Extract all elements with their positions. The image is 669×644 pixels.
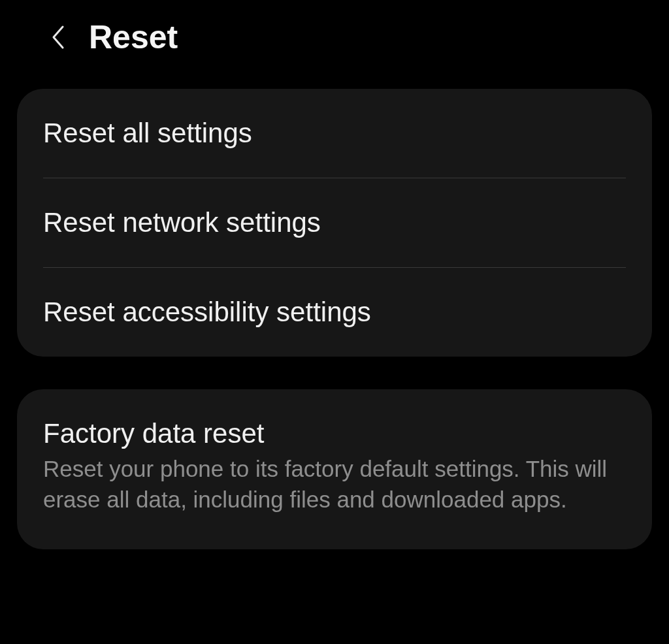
header: Reset [0, 0, 669, 89]
list-item-title: Reset accessibility settings [43, 297, 626, 328]
reset-accessibility-settings-item[interactable]: Reset accessibility settings [17, 268, 652, 357]
list-item-title: Factory data reset [43, 418, 626, 449]
page-title: Reset [89, 18, 178, 56]
reset-network-settings-item[interactable]: Reset network settings [17, 178, 652, 267]
list-item-title: Reset network settings [43, 207, 626, 238]
factory-reset-card: Factory data reset Reset your phone to i… [17, 389, 652, 549]
list-item-title: Reset all settings [43, 118, 626, 149]
list-item-description: Reset your phone to its factory default … [43, 453, 626, 515]
back-button[interactable] [46, 25, 69, 49]
chevron-left-icon [48, 24, 67, 50]
reset-options-card: Reset all settings Reset network setting… [17, 89, 652, 357]
reset-all-settings-item[interactable]: Reset all settings [17, 89, 652, 178]
factory-data-reset-item[interactable]: Factory data reset Reset your phone to i… [17, 389, 652, 549]
